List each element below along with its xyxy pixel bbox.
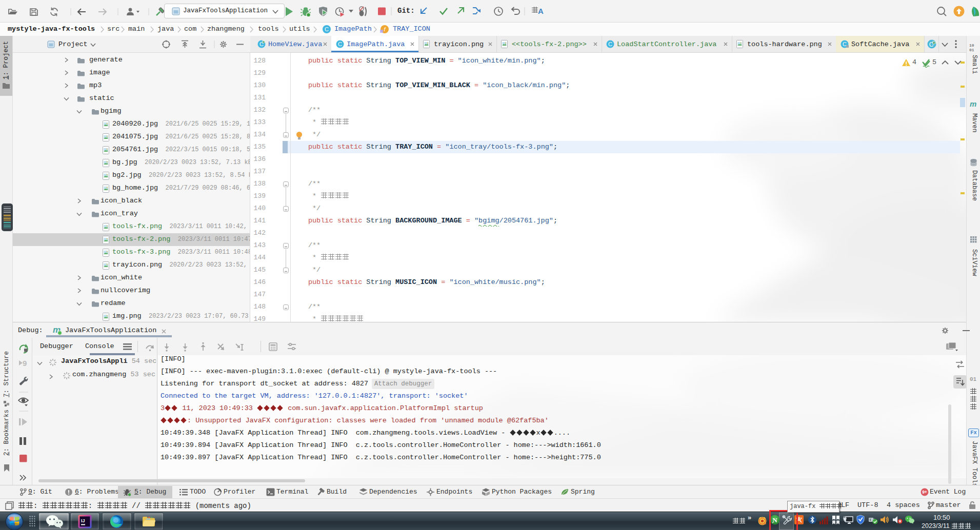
svg-text:C: C [338, 41, 342, 47]
svg-text:C: C [325, 26, 329, 32]
svg-text:IJ: IJ [81, 518, 85, 523]
svg-text:9+: 9+ [922, 490, 927, 495]
svg-text:C: C [843, 41, 847, 47]
svg-text:9: 9 [23, 359, 27, 368]
svg-text:C: C [608, 41, 612, 47]
